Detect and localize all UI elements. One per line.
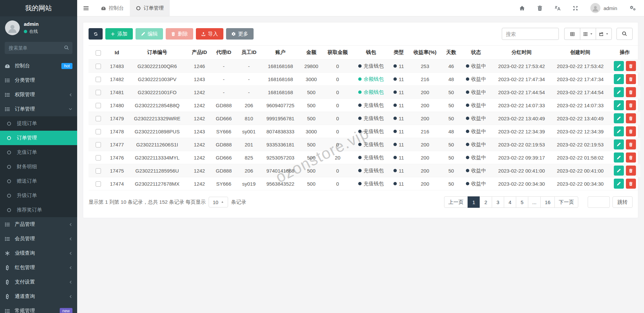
page-size-select[interactable]: 10 — [209, 197, 228, 207]
column-header-员工ID[interactable]: 员工ID — [237, 46, 261, 60]
page-button-3[interactable]: 3 — [492, 196, 504, 208]
sidebar-item-提现订单[interactable]: 提现订单 — [0, 116, 77, 131]
refresh-button[interactable] — [89, 28, 103, 40]
row-edit-button[interactable] — [614, 61, 624, 71]
sidebar-item-通道查询[interactable]: 通道查询 — [0, 289, 77, 304]
table-row: 17476G23022113334MYL1242GD66682592530572… — [89, 151, 640, 164]
row-delete-button[interactable] — [626, 139, 636, 149]
column-header-账户[interactable]: 账户 — [261, 46, 300, 60]
sidebar-item-分类管理[interactable]: 分类管理 — [0, 73, 77, 87]
tab-控制台[interactable]: 控制台 — [95, 0, 130, 16]
row-checkbox[interactable] — [96, 90, 101, 95]
delete-button[interactable]: 删除 — [166, 28, 193, 40]
row-delete-button[interactable] — [626, 100, 636, 110]
row-checkbox[interactable] — [96, 64, 101, 69]
row-checkbox[interactable] — [96, 181, 101, 187]
tab-订单管理[interactable]: 订单管理 — [130, 0, 170, 16]
row-edit-button[interactable] — [614, 74, 624, 84]
topbar-user[interactable]: admin — [590, 3, 617, 13]
sidebar-item-控制台[interactable]: 控制台hot — [0, 59, 77, 73]
row-checkbox[interactable] — [96, 77, 101, 82]
sidebar-item-红包管理[interactable]: 红包管理 — [0, 260, 77, 275]
row-delete-button[interactable] — [626, 61, 636, 71]
sidebar-item-产品管理[interactable]: 产品管理 — [0, 217, 77, 232]
sidebar-item-充值订单[interactable]: 充值订单 — [0, 145, 77, 160]
next-page-button[interactable]: 下一页 — [554, 196, 578, 208]
table-search-input[interactable] — [502, 28, 559, 40]
row-checkbox[interactable] — [96, 116, 101, 121]
row-delete-button[interactable] — [626, 126, 636, 136]
row-edit-button[interactable] — [614, 100, 624, 110]
column-header-收益率(%)[interactable]: 收益率(%) — [408, 46, 442, 60]
column-header-金额[interactable]: 金额 — [300, 46, 323, 60]
page-button-1[interactable]: 1 — [468, 196, 480, 208]
row-checkbox[interactable] — [96, 142, 101, 147]
row-edit-button[interactable] — [614, 87, 624, 97]
jump-button[interactable]: 跳转 — [612, 196, 633, 208]
sidebar-search-input[interactable] — [5, 42, 72, 54]
sidebar-item-财务明细[interactable]: 财务明细 — [0, 160, 77, 174]
sidebar-item-会员管理[interactable]: 会员管理 — [0, 232, 77, 246]
sidebar-item-业绩查询[interactable]: 业绩查询 — [0, 246, 77, 260]
column-header-类型[interactable]: 类型 — [389, 46, 408, 60]
column-header-操作[interactable]: 操作 — [609, 46, 640, 60]
column-header-产品ID[interactable]: 产品ID — [188, 46, 211, 60]
column-header-钱包[interactable]: 钱包 — [353, 46, 389, 60]
row-edit-button[interactable] — [614, 166, 624, 176]
column-header-创建时间[interactable]: 创建时间 — [551, 46, 609, 60]
prev-page-button[interactable]: 上一页 — [444, 196, 468, 208]
row-edit-button[interactable] — [614, 113, 624, 123]
sidebar-item-权限管理[interactable]: 权限管理 — [0, 87, 77, 102]
add-button[interactable]: 添加 — [105, 28, 133, 40]
row-checkbox[interactable] — [96, 155, 101, 161]
row-edit-button[interactable] — [614, 126, 624, 136]
column-header-天数[interactable]: 天数 — [442, 46, 460, 60]
sidebar-item-支付设置[interactable]: 支付设置 — [0, 275, 77, 289]
translate-icon[interactable] — [555, 5, 560, 11]
column-header-状态[interactable]: 状态 — [460, 46, 492, 60]
row-edit-button[interactable] — [614, 179, 624, 189]
page-button-2[interactable]: 2 — [480, 196, 492, 208]
export-button[interactable] — [596, 28, 612, 40]
page-button-5[interactable]: 5 — [516, 196, 528, 208]
more-button[interactable]: 更多 — [226, 28, 254, 40]
sidebar-item-常规管理[interactable]: 常规管理new — [0, 304, 77, 313]
row-delete-button[interactable] — [626, 179, 636, 189]
row-delete-button[interactable] — [626, 74, 636, 84]
page-button-4[interactable]: 4 — [504, 196, 516, 208]
sidebar-item-订单管理[interactable]: 订单管理 — [0, 131, 77, 145]
row-delete-button[interactable] — [626, 152, 636, 163]
row-delete-button[interactable] — [626, 87, 636, 97]
column-header-代理ID[interactable]: 代理ID — [211, 46, 237, 60]
column-header-获取金额[interactable]: 获取金额 — [323, 46, 353, 60]
page-button-16[interactable]: 16 — [540, 196, 555, 208]
row-edit-button[interactable] — [614, 139, 624, 149]
cell-dividend_time: 2023-02-22 12:34:39 — [492, 125, 551, 138]
jump-page-input[interactable] — [588, 196, 610, 208]
edit-button[interactable]: 编辑 — [136, 28, 163, 40]
column-header-Id[interactable]: Id — [108, 46, 126, 60]
row-checkbox[interactable] — [96, 129, 101, 134]
sidebar-item-升级订单[interactable]: 升级订单 — [0, 188, 77, 203]
row-checkbox[interactable] — [96, 103, 101, 108]
column-header-订单编号[interactable]: 订单编号 — [126, 46, 188, 60]
columns-button[interactable] — [580, 28, 596, 40]
sidebar-item-订单管理[interactable]: 订单管理 — [0, 102, 77, 116]
import-button[interactable]: 导入 — [196, 28, 223, 40]
sidebar-item-赠送订单[interactable]: 赠送订单 — [0, 174, 77, 188]
search-button[interactable] — [616, 28, 633, 40]
pagination-toggle-button[interactable] — [564, 28, 580, 40]
row-checkbox[interactable] — [96, 168, 101, 174]
column-header-分红时间[interactable]: 分红时间 — [492, 46, 551, 60]
sidebar-item-推荐奖订单[interactable]: 推荐奖订单 — [0, 203, 77, 217]
gears-icon[interactable] — [629, 5, 636, 11]
fullscreen-icon[interactable] — [573, 5, 578, 11]
select-all-checkbox[interactable] — [96, 50, 101, 56]
hamburger-menu-icon[interactable] — [77, 0, 95, 16]
status-dot-icon — [358, 117, 362, 120]
row-delete-button[interactable] — [626, 166, 636, 176]
home-icon[interactable] — [519, 5, 525, 11]
row-edit-button[interactable] — [614, 152, 624, 163]
row-delete-button[interactable] — [626, 113, 636, 123]
trash-icon[interactable] — [537, 5, 543, 11]
